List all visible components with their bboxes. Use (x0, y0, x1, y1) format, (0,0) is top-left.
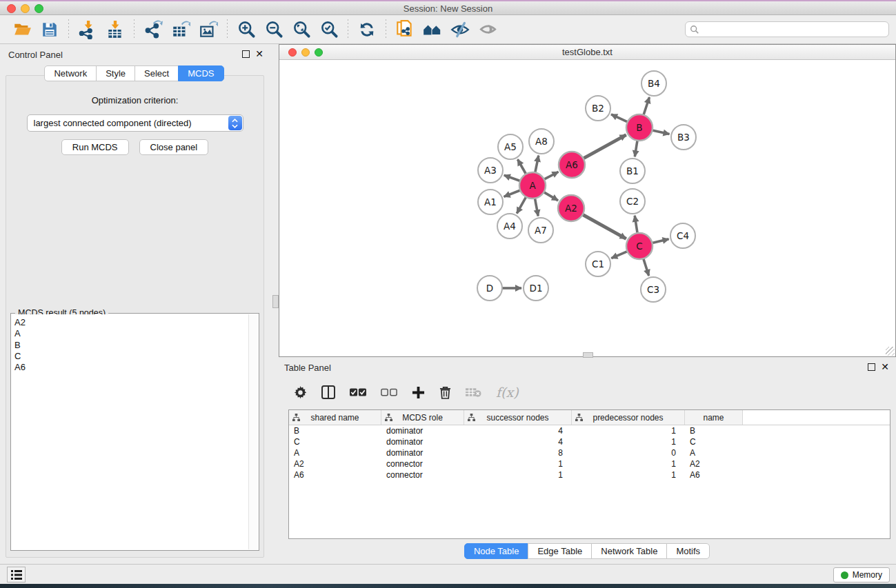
graph-edge-B-B4[interactable] (644, 97, 650, 115)
delete-column-button[interactable] (439, 386, 451, 399)
graph-edge-A-A5[interactable] (517, 159, 526, 174)
column-header-name[interactable]: name (685, 410, 743, 425)
graph-node-B1[interactable]: B1 (620, 159, 645, 183)
graph-node-D1[interactable]: D1 (524, 276, 548, 301)
table-cell[interactable]: dominator (381, 425, 464, 436)
column-header-MCDS-role[interactable]: MCDS role (381, 410, 464, 425)
graph-node-C1[interactable]: C1 (586, 252, 610, 276)
export-table-button[interactable] (167, 18, 195, 41)
graph-edge-B-B3[interactable] (653, 130, 670, 134)
graph-edge-A2-C[interactable] (583, 214, 626, 239)
graph-node-A4[interactable]: A4 (497, 214, 522, 239)
search-box[interactable] (685, 21, 889, 37)
tab-style[interactable]: Style (96, 65, 135, 81)
table-row[interactable]: Adominator80A (289, 447, 890, 458)
search-input[interactable] (699, 22, 888, 37)
table-cell[interactable]: 4 (464, 425, 572, 436)
table-cell[interactable]: connector (381, 458, 464, 469)
criterion-dropdown[interactable]: largest connected component (directed) (27, 114, 243, 132)
column-header-successor-nodes[interactable]: successor nodes (464, 410, 572, 425)
table-tab-motifs[interactable]: Motifs (666, 543, 710, 559)
table-cell[interactable]: connector (381, 469, 464, 480)
column-header-predecessor-nodes[interactable]: predecessor nodes (572, 410, 685, 425)
graph-edge-A-A3[interactable] (504, 175, 520, 181)
table-cell[interactable]: A6 (289, 469, 381, 480)
zoom-out-button[interactable] (260, 18, 288, 41)
export-image-button[interactable] (195, 18, 222, 41)
table-row[interactable]: A6connector11A6 (289, 469, 890, 480)
table-cell[interactable]: 4 (464, 436, 572, 447)
deselect-all-columns-button[interactable] (381, 388, 397, 397)
graph-edge-B-B1[interactable] (635, 141, 637, 156)
graph-node-B[interactable]: B (626, 114, 653, 141)
tab-network[interactable]: Network (44, 65, 97, 81)
table-cell[interactable]: 1 (464, 469, 572, 480)
graph-edge-A-A6[interactable] (544, 172, 559, 179)
table-cell[interactable]: 1 (572, 469, 685, 480)
export-network-button[interactable] (139, 18, 167, 41)
table-cell[interactable]: dominator (381, 447, 464, 458)
graph-edge-B-B2[interactable] (611, 114, 628, 122)
graph-edge-C-C2[interactable] (635, 216, 637, 233)
show-all-button[interactable] (474, 18, 501, 41)
memory-button[interactable]: Memory (833, 567, 890, 582)
graph-edge-A-A2[interactable] (544, 192, 558, 201)
graph-node-C4[interactable]: C4 (670, 223, 695, 248)
mcds-result-item[interactable]: B (14, 340, 246, 351)
table-cell[interactable]: 1 (572, 458, 685, 469)
graph-node-C3[interactable]: C3 (641, 277, 666, 302)
graph-edge-A-A8[interactable] (535, 156, 539, 173)
table-cell[interactable]: A (685, 447, 743, 458)
window-resize-handle[interactable] (886, 347, 895, 356)
close-panel-icon[interactable]: ✕ (255, 48, 263, 59)
graph-node-A5[interactable]: A5 (498, 134, 523, 159)
table-cell[interactable]: 0 (572, 447, 685, 458)
new-network-button[interactable] (391, 18, 419, 41)
column-header-shared-name[interactable]: shared name (289, 410, 381, 425)
graph-node-B2[interactable]: B2 (586, 96, 610, 121)
zoom-in-button[interactable] (232, 18, 260, 41)
function-builder-button[interactable]: f(x) (496, 385, 519, 400)
mcds-result-item[interactable]: A2 (14, 317, 246, 328)
graph-edge-A-A4[interactable] (517, 197, 526, 214)
table-tab-node-table[interactable]: Node Table (464, 543, 529, 559)
table-cell[interactable]: C (289, 436, 381, 447)
import-table-button[interactable] (101, 18, 129, 41)
graph-node-A7[interactable]: A7 (528, 218, 553, 243)
table-settings-button[interactable] (294, 386, 307, 399)
run-mcds-button[interactable]: Run MCDS (61, 139, 129, 155)
result-scrollbar[interactable] (248, 314, 258, 549)
table-cell[interactable]: 1 (572, 436, 685, 447)
graph-node-D[interactable]: D (477, 276, 502, 301)
table-row[interactable]: Cdominator41C (289, 436, 890, 447)
tab-mcds[interactable]: MCDS (178, 65, 223, 81)
graph-edge-C-C3[interactable] (644, 258, 649, 276)
float-table-panel-icon[interactable] (868, 363, 875, 371)
table-row[interactable]: A2connector11A2 (289, 458, 890, 469)
first-neighbors-button[interactable] (419, 18, 446, 41)
table-cell[interactable]: A2 (685, 458, 743, 469)
table-cell[interactable]: B (289, 425, 381, 436)
horizontal-divider-handle[interactable] (583, 352, 593, 358)
table-cell[interactable]: C (685, 436, 743, 447)
zoom-selected-button[interactable] (315, 18, 343, 41)
graph-edge-C-C1[interactable] (611, 252, 627, 258)
graph-node-A3[interactable]: A3 (478, 158, 503, 183)
network-canvas[interactable]: B4B2BB3A8A5A6A3B1AC2A1A2A4A7C4CC1DD1C3 (279, 60, 895, 356)
tab-select[interactable]: Select (135, 65, 179, 81)
graph-edge-A-A1[interactable] (504, 190, 521, 196)
mcds-result-item[interactable]: A (14, 328, 246, 339)
zoom-fit-button[interactable] (288, 18, 315, 41)
table-row[interactable]: Bdominator41B (289, 425, 890, 436)
graph-edge-A6-B[interactable] (584, 135, 626, 159)
table-cell[interactable]: A2 (289, 458, 381, 469)
graph-node-A2[interactable]: A2 (558, 195, 584, 221)
graph-node-A6[interactable]: A6 (559, 152, 585, 178)
graph-node-C2[interactable]: C2 (620, 189, 645, 214)
graph-node-B4[interactable]: B4 (641, 71, 666, 96)
table-tab-edge-table[interactable]: Edge Table (528, 543, 592, 559)
table-cell[interactable]: A6 (685, 469, 743, 480)
select-all-columns-button[interactable] (350, 388, 366, 397)
import-network-button[interactable] (74, 18, 101, 41)
task-history-button[interactable] (7, 567, 26, 582)
